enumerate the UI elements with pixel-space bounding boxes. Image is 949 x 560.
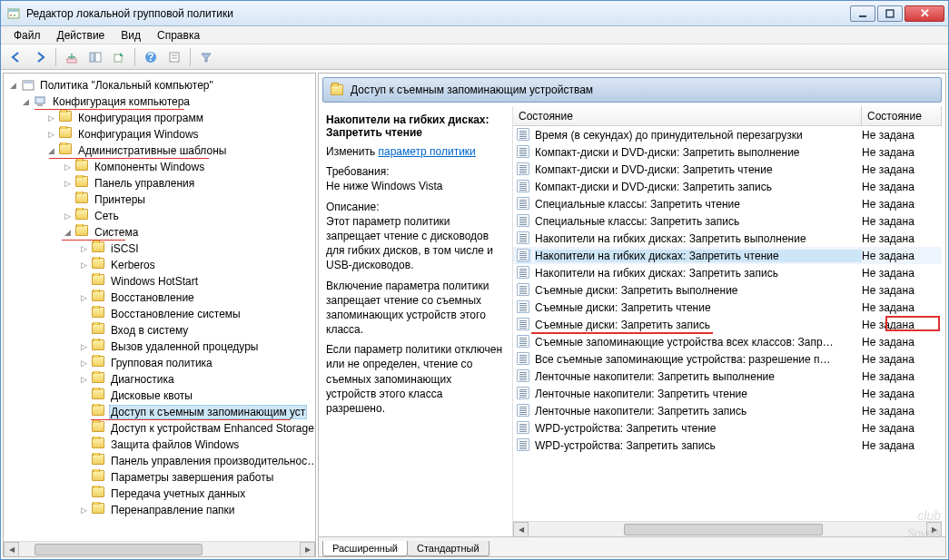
tree-pane[interactable]: ◢Политика "Локальный компьютер" ◢Конфигу… [3,73,316,557]
tree-item[interactable]: Панель управления [93,177,196,190]
tree-item[interactable]: Параметры завершения работы [7,469,315,486]
scroll-right-button[interactable]: ▶ [300,542,315,557]
tree-item-label[interactable]: Дисковые квоты [109,389,194,402]
expand-icon[interactable]: ▷ [62,162,73,172]
tree-item[interactable]: Принтеры [93,193,147,206]
tree-item-label[interactable]: Защита файлов Windows [109,438,241,451]
list-row[interactable]: Компакт-диски и DVD-диски: Запретить вып… [513,143,942,161]
minimize-button[interactable] [850,5,875,22]
list-row[interactable]: Специальные классы: Запретить записьНе з… [513,212,942,230]
tree-item[interactable]: ▷Восстановление [7,290,315,306]
expand-icon[interactable]: ▷ [78,506,89,515]
tree-item-label[interactable]: Панель управления производительнос… [109,455,315,467]
tree-item-label[interactable]: Доступ к съемным запоминающим уст [109,405,307,419]
filter-button[interactable] [196,47,216,67]
tree-item-label[interactable]: Диагностика [109,373,176,386]
list-row[interactable]: Ленточные накопители: Запретить записьНе… [513,402,942,419]
tree-hscroll[interactable]: ◀ ▶ [4,541,315,556]
expand-icon[interactable]: ▷ [78,375,89,384]
list-row[interactable]: Все съемные запоминающие устройства: раз… [513,350,942,368]
edit-policy-link[interactable]: параметр политики [378,145,475,158]
tree-item-label[interactable]: Групповая политика [109,357,214,369]
tree-item[interactable]: Компоненты Windows [93,161,206,173]
list-row[interactable]: Специальные классы: Запретить чтениеНе з… [513,195,942,212]
tree-item[interactable]: ▷Kerberos [7,257,315,273]
list-row[interactable]: Накопители на гибких дисках: Запретить ч… [513,247,942,264]
expand-icon[interactable]: ▷ [78,260,89,270]
tree-item-label[interactable]: Windows HotStart [109,275,200,288]
tree-system[interactable]: Система [93,226,140,239]
list-row[interactable]: Съемные запоминающие устройства всех кла… [513,333,942,350]
tree-item-label[interactable]: Восстановление [109,291,196,304]
tree-item[interactable]: ▷Групповая политика [7,355,315,371]
titlebar[interactable]: Редактор локальной групповой политики ✕ [1,1,948,26]
list-row[interactable]: WPD-устройства: Запретить чтениеНе задан… [513,419,942,437]
list-row[interactable]: Съемные диски: Запретить записьНе задана [513,316,942,333]
tree-item[interactable]: Дисковые квоты [7,388,315,404]
help-button[interactable]: ? [141,47,161,67]
scroll-left-button[interactable]: ◀ [513,522,529,537]
tree-item[interactable]: Доступ к съемным запоминающим уст [7,404,315,420]
list-row[interactable]: Съемные диски: Запретить выполнениеНе за… [513,281,942,299]
expand-icon[interactable]: ▷ [45,113,56,123]
list-row[interactable]: Ленточные накопители: Запретить чтениеНе… [513,385,942,402]
menu-action[interactable]: Действие [50,27,113,44]
list-row[interactable]: Накопители на гибких дисках: Запретить в… [513,230,942,247]
tree-item[interactable]: ▷Перенаправление папки [7,502,315,518]
expand-icon[interactable]: ▷ [78,342,89,351]
tree-admin-templates[interactable]: Административные шаблоны [76,144,228,157]
close-button[interactable]: ✕ [905,5,944,22]
expand-icon[interactable]: ▷ [78,293,89,302]
expand-icon[interactable]: ▷ [78,359,89,368]
tree-item[interactable]: Windows HotStart [7,273,315,290]
tree-computer-config[interactable]: Конфигурация компьютера [51,95,192,108]
expand-icon[interactable]: ◢ [7,81,18,90]
tree-item-label[interactable]: Параметры завершения работы [109,471,275,484]
expand-icon[interactable]: ◢ [20,97,31,106]
maximize-button[interactable] [877,5,903,22]
tree-item[interactable]: ▷iSCSI [7,241,315,257]
scroll-left-button[interactable]: ◀ [4,542,19,557]
tab-standard[interactable]: Стандартный [407,541,489,556]
list-row[interactable]: Компакт-диски и DVD-диски: Запретить чте… [513,161,942,178]
expand-icon[interactable]: ▷ [45,130,56,139]
tree-item-label[interactable]: Kerberos [109,259,157,271]
col-state2[interactable]: Состояние [862,106,942,125]
properties-button[interactable] [164,47,184,67]
expand-icon[interactable]: ▷ [62,179,73,188]
tree-item[interactable]: Конфигурация Windows [76,128,201,141]
tree-item[interactable]: ▷Диагностика [7,371,315,388]
show-hide-tree-button[interactable] [85,47,105,67]
list-row[interactable]: Ленточные накопители: Запретить выполнен… [513,368,942,385]
tree-root[interactable]: Политика "Локальный компьютер" [38,79,215,92]
list-row[interactable]: Накопители на гибких дисках: Запретить з… [513,264,942,281]
menu-help[interactable]: Справка [150,27,207,44]
menu-view[interactable]: Вид [114,27,148,44]
expand-icon[interactable]: ▷ [78,244,89,253]
tree-item[interactable]: Конфигурация программ [76,112,205,124]
list-hscroll[interactable]: ◀ ▶ [513,521,942,536]
tree-item[interactable]: Защита файлов Windows [7,437,315,453]
tree-item[interactable]: Сеть [93,210,121,222]
tree-item[interactable]: Вход в систему [7,322,315,339]
forward-button[interactable] [30,47,50,67]
tree-item[interactable]: Доступ к устройствам Enhanced Storage [7,420,315,437]
export-button[interactable] [109,47,129,67]
list-row[interactable]: Съемные диски: Запретить чтениеНе задана [513,299,942,316]
list-row[interactable]: Компакт-диски и DVD-диски: Запретить зап… [513,178,942,195]
tree-item-label[interactable]: Вход в систему [109,324,190,337]
up-button[interactable] [62,47,82,67]
tree-item[interactable]: Восстановление системы [7,306,315,322]
expand-icon[interactable]: ▷ [62,211,73,221]
tab-extended[interactable]: Расширенный [322,541,408,556]
tree-item[interactable]: ▷Вызов удаленной процедуры [7,339,315,355]
list-row[interactable]: WPD-устройства: Запретить записьНе задан… [513,437,942,454]
tree-item-label[interactable]: Вызов удаленной процедуры [109,340,260,353]
col-state[interactable]: Состояние [513,106,862,125]
tree-item-label[interactable]: Восстановление системы [109,308,242,320]
tree-item[interactable]: Передача учетных данных [7,486,315,502]
tree-item-label[interactable]: Доступ к устройствам Enhanced Storage [109,422,315,435]
tree-item[interactable]: Панель управления производительнос… [7,453,315,469]
tree-item-label[interactable]: iSCSI [109,242,141,255]
tree-item-label[interactable]: Передача учетных данных [109,487,247,500]
